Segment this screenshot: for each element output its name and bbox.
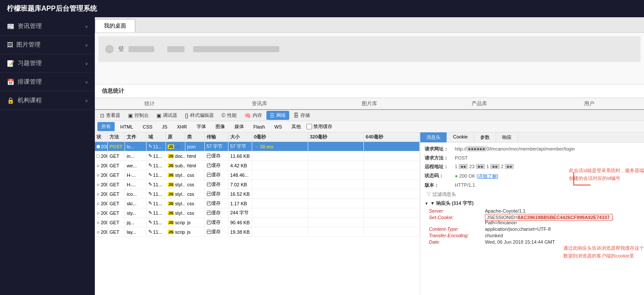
network-table: 状 方法 文件 域 原 类 传输 大小 0毫秒 320毫秒 640毫秒 [95, 132, 420, 295]
filter-header[interactable]: ▽ 过滤消息头 [425, 190, 640, 198]
cell-t320-2 [308, 151, 364, 160]
style-icon: {} [185, 113, 188, 119]
cell-t320-6 [308, 189, 364, 198]
cell-file-7: ski... [125, 199, 147, 208]
tool-memory[interactable]: 🧠 内存 [241, 111, 266, 120]
filter-font[interactable]: 字体 [193, 122, 210, 131]
cell-status-3: ○ 200 [95, 161, 108, 170]
remote-label: 远程地址： [425, 163, 455, 170]
filter-other[interactable]: 其他 [288, 122, 305, 131]
network-row-9[interactable]: ○ 200 GET jq... ✎ 11... JS script js 已缓存… [95, 218, 420, 227]
sidebar-item-schedule[interactable]: 📅 排课管理 ∨ [0, 73, 95, 91]
blurred-field-1 [128, 46, 154, 52]
network-row-4[interactable]: ○ 200 GET H-... ✎ 11... JS styl... css 已… [95, 170, 420, 180]
cell-method-9: GET [108, 218, 125, 227]
cell-domain-10: ✎ 11... [147, 227, 166, 236]
cell-t640-6 [364, 189, 420, 198]
filter-css[interactable]: CSS [139, 123, 156, 131]
tool-inspector[interactable]: ⊡ 查看器 [97, 111, 124, 120]
cell-type-5: css [185, 180, 205, 189]
response-section-title[interactable]: ▼ ▼ 响应头 (314 字节) [425, 200, 640, 207]
network-row-8[interactable]: ○ 200 GET sty... ✎ 11... JS styl... css … [95, 208, 420, 218]
cell-domain-9: ✎ 11... [147, 218, 166, 227]
tool-style[interactable]: {} 样式编辑器 [181, 111, 217, 120]
network-row-2[interactable]: ○ 200 GET in... ✎ 11... JS doc... html 已… [95, 151, 420, 161]
transfer-encoding-name: Transfer-Encoding: [429, 233, 485, 238]
cell-method-3: GET [108, 161, 125, 170]
tool-network[interactable]: ☰ 网络 [266, 111, 289, 120]
network-table-header: 状 方法 文件 域 原 类 传输 大小 0毫秒 320毫秒 640毫秒 [95, 132, 420, 142]
filter-image[interactable]: 图像 [212, 122, 229, 131]
filter-js[interactable]: JS [158, 123, 172, 131]
cell-file-5: H-... [125, 180, 147, 189]
cell-domain-3: ✎ 11... [147, 161, 166, 170]
detail-tab-cookies[interactable]: Cookie [447, 132, 474, 142]
cell-origin-9: JS script [166, 218, 185, 227]
tab-desktop[interactable]: 我的桌面 [95, 19, 135, 32]
cell-file-6: ico... [125, 189, 147, 198]
network-area: 状 方法 文件 域 原 类 传输 大小 0毫秒 320毫秒 640毫秒 [95, 132, 644, 295]
date-value: Wed, 06 Jun 2018 15:14:44 GMT [485, 239, 555, 245]
cell-size-10: 19.38 KB [228, 227, 252, 236]
stats-col-0: 统计 [95, 100, 205, 107]
disable-cache-input[interactable] [306, 124, 312, 129]
network-row-1[interactable]: 200 POST lo... ✎ 11... JS xhr json 57 字节 [95, 142, 420, 151]
annotation-cache: 通过此响应头告诉浏览器帮我缓存这个 数据到浏览器的客户端的cookie里 [563, 245, 644, 260]
tool-console[interactable]: ▣ 控制台 [125, 111, 152, 120]
header-method: 方法 [108, 132, 125, 141]
header-t0: 0毫秒 [252, 132, 308, 141]
cell-t320-10 [308, 227, 364, 236]
remote-blurred-3: ●● [490, 164, 499, 169]
stats-col-2: 图片库 [315, 100, 425, 107]
detail-panel: 消息头 Cookie 参数 响应 请求网址： http://●●●●●●0/lm… [420, 132, 644, 295]
network-row-5[interactable]: ○ 200 GET H-... ✎ 11... JS styl... css 已… [95, 180, 420, 189]
filter-all[interactable]: 所有 [97, 122, 115, 131]
status-learn-more[interactable]: [详细了解] [477, 173, 498, 179]
perf-icon: © [222, 113, 225, 119]
cell-domain-2: ✎ 11... [147, 151, 166, 160]
sidebar-item-exercise[interactable]: 📝 习题管理 ∨ [0, 54, 95, 73]
chevron-icon: ∨ [85, 24, 88, 29]
method-label: 请求方法： [425, 154, 455, 162]
sidebar-item-image[interactable]: 🖼 图片管理 ∨ [0, 36, 95, 54]
cell-domain-4: ✎ 11... [147, 170, 166, 179]
filter-html[interactable]: HTML [116, 123, 137, 131]
network-row-7[interactable]: ○ 200 GET ski... ✎ 11... JS styl... css … [95, 199, 420, 208]
sidebar-label-news: 资讯管理 [18, 22, 42, 30]
cookie-header-name: Set-Cookie: [429, 215, 485, 225]
method-value: POST [455, 154, 468, 162]
tool-perf[interactable]: © 性能 [218, 111, 240, 120]
tool-debugger[interactable]: ▣ 调试器 [153, 111, 181, 120]
detail-tab-response[interactable]: 响应 [496, 132, 518, 142]
network-row-10[interactable]: ○ 200 GET lay... ✎ 11... JS script js 已缓… [95, 227, 420, 237]
date-name: Date: [429, 239, 485, 245]
schedule-icon: 📅 [7, 78, 14, 85]
detail-tab-params[interactable]: 参数 [474, 132, 496, 142]
detail-tab-headers[interactable]: 消息头 [420, 132, 447, 142]
sidebar-item-news[interactable]: 📰 资讯管理 ∨ [0, 17, 95, 36]
cell-type-1: json [185, 142, 205, 151]
cell-t0-8 [252, 208, 308, 217]
cell-transfer-4: 已缓存 [205, 170, 228, 179]
stats-columns: 统计 资讯库 图片库 产品库 用户 [95, 98, 644, 109]
cell-size-2: 11.66 KB [228, 151, 252, 160]
cell-status-1: 200 [95, 142, 108, 151]
console-icon: ▣ [128, 113, 133, 119]
sidebar-item-course[interactable]: 🔒 机构课程 ∨ [0, 91, 95, 110]
server-header-name: Server: [429, 208, 485, 213]
tool-storage[interactable]: 🗄 存储 [290, 111, 313, 120]
filter-ws[interactable]: WS [271, 123, 286, 131]
cell-size-9: 90.46 KB [228, 218, 252, 227]
cell-status-10: ○ 200 [95, 227, 108, 236]
network-row-6[interactable]: ○ 200 GET ico... ✎ 11... JS styl... css … [95, 189, 420, 199]
filter-media[interactable]: 媒体 [231, 122, 248, 131]
cell-t640-5 [364, 180, 420, 189]
cell-size-3: 4.42 KB [228, 161, 252, 170]
filter-flash[interactable]: Flash [250, 123, 269, 131]
cell-origin-8: JS styl... [166, 208, 185, 217]
network-row-3[interactable]: ○ 200 GET we... ✎ 11... JS sub... html 已… [95, 161, 420, 170]
disable-cache-checkbox[interactable]: 禁用缓存 [306, 123, 332, 130]
cell-file-4: H-... [125, 170, 147, 179]
remote-blurred-2: ●● [476, 164, 485, 169]
filter-xhr[interactable]: XHR [173, 123, 191, 131]
